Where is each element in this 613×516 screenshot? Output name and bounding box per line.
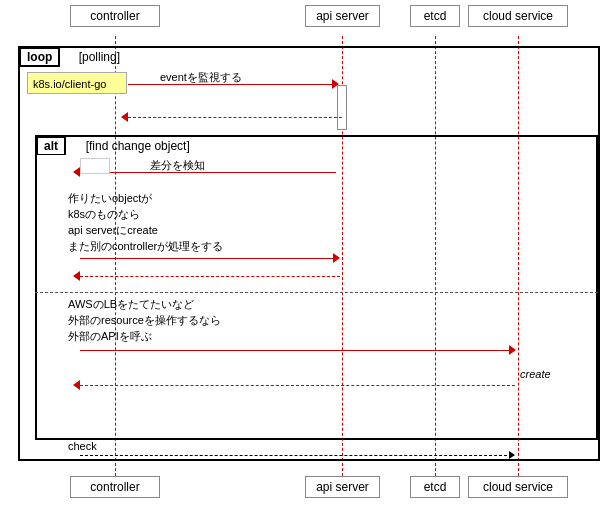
participant-etcd-bottom: etcd <box>410 476 460 498</box>
check-arrow <box>80 455 512 456</box>
check-arrowhead <box>509 451 515 459</box>
msg3-arrowhead <box>333 253 340 263</box>
frame-alt: alt [find change object] <box>35 135 598 440</box>
participant-api-server-top: api server <box>305 5 380 27</box>
return-msg3-arrowhead <box>73 271 80 281</box>
msg4-text: AWSのLBをたてたいなど 外部のresourceを操作するなら 外部のAPIを… <box>68 296 221 344</box>
msg2-arrowhead <box>73 167 80 177</box>
activation-box-api <box>337 85 347 130</box>
create-arrowhead <box>73 380 80 390</box>
client-go-box: k8s.io/client-go <box>27 72 127 94</box>
return-arrow1 <box>128 117 342 118</box>
loop-label: loop <box>19 47 60 67</box>
alt-divider <box>35 292 598 293</box>
msg3-text: 作りたいobjectが k8sのものなら api serverにcreate ま… <box>68 190 223 254</box>
loop-sublabel: [polling] <box>72 50 120 64</box>
participant-etcd-top: etcd <box>410 5 460 27</box>
participant-cloud-service-bottom: cloud service <box>468 476 568 498</box>
alt-sublabel: [find change object] <box>79 139 190 153</box>
create-label: create <box>520 368 551 380</box>
small-return-box <box>80 158 110 174</box>
msg4-arrow <box>80 350 512 351</box>
msg6-text: check <box>68 440 97 452</box>
msg2-text: 差分を検知 <box>150 158 205 173</box>
participant-api-server-bottom: api server <box>305 476 380 498</box>
msg4-arrowhead <box>509 345 516 355</box>
msg3-arrow <box>80 258 336 259</box>
return-arrowhead1 <box>121 112 128 122</box>
participant-cloud-service-top: cloud service <box>468 5 568 27</box>
msg2-arrow <box>80 172 336 173</box>
participant-controller-top: controller <box>70 5 160 27</box>
diagram-container: controller api server etcd cloud service… <box>0 0 613 516</box>
alt-label: alt <box>36 136 66 155</box>
create-arrow <box>80 385 515 386</box>
msg1-text: eventを監視する <box>160 70 242 85</box>
return-msg3 <box>80 276 340 277</box>
participant-controller-bottom: controller <box>70 476 160 498</box>
